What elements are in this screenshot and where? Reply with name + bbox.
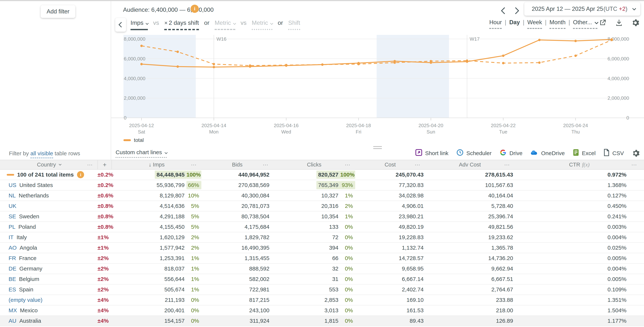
data-point[interactable] [538,61,541,64]
data-point[interactable] [466,60,468,63]
table-row[interactable]: ITItaly±1%1,620,1292%1,829,782720%19,228… [0,232,644,243]
column-header-ctr[interactable]: CTRf(x)⋯ [514,160,644,169]
data-point[interactable] [611,38,613,41]
column-menu-icon[interactable]: ⋯ [504,162,510,168]
open-in-new-icon[interactable] [598,19,607,27]
data-point[interactable] [538,39,541,41]
data-point[interactable] [358,62,360,64]
export-onedrive-button[interactable]: OneDrive [530,149,565,158]
adv-cost-cell: 19,233.62 [425,234,514,240]
country-code-link[interactable]: ES [8,286,16,293]
table-row[interactable]: (empty value)±4%211,1930%817,2152,8530%1… [0,295,644,305]
data-point[interactable] [213,66,215,68]
table-row[interactable]: PLPoland±0.8%4,155,4505%4,175,6841330%49… [0,222,644,232]
export-scheduler-button[interactable]: Scheduler [456,149,492,158]
clicks-cell: 765,34993% [273,181,355,189]
granularity-week[interactable]: Week [527,19,542,29]
export-excel-button[interactable]: Excel [572,149,596,158]
x-axis-weekday-label: Sat [138,129,145,134]
column-menu-icon[interactable]: ⋯ [345,162,351,168]
export-drive-button[interactable]: Drive [499,149,522,158]
column-header-cost[interactable]: Cost⋯ [355,160,425,169]
table-row[interactable]: FRFrance±2%1,253,3911%1,315,455660%14,72… [0,253,644,264]
metric-placeholder-2[interactable]: Metric [252,20,272,30]
export-csv-button[interactable]: CSV [603,149,624,158]
info-icon[interactable]: i [77,171,84,178]
country-code-link[interactable]: BE [8,276,16,282]
data-point[interactable] [140,63,143,65]
country-code-link[interactable]: DE [8,266,16,272]
column-header-adv-cost[interactable]: Adv Cost⋯ [425,160,514,169]
granularity-other[interactable]: Other... [573,19,598,29]
resize-handle[interactable] [373,146,382,150]
metric-placeholder-1[interactable]: Metric [214,20,235,30]
bids-cell: 440,964,952 [201,172,273,178]
data-point[interactable] [430,61,432,64]
add-filter-button[interactable]: Add filter [41,5,75,18]
table-row[interactable]: USUnited States±0.2%55,936,79966%270,638… [0,180,644,190]
country-code-link[interactable]: US [8,182,16,188]
audience-info-icon[interactable]: i [190,5,199,13]
table-row[interactable]: MXMexico±4%200,4010%243,1003,0130%161.53… [0,305,644,316]
country-code-link[interactable]: PL [8,224,16,230]
column-header-bids[interactable]: Bids⋯ [201,160,273,169]
granularity-hour[interactable]: Hour [489,19,502,29]
custom-chart-lines-button[interactable]: Custom chart lines [116,149,167,158]
remove-icon[interactable]: × [164,20,168,26]
table-settings-gear-icon[interactable] [632,149,640,157]
country-code-link[interactable]: SE [8,213,16,220]
date-range-picker[interactable]: 2025 Apr 12 — 2025 Apr 25 (UTC +2) [524,2,640,16]
table-row[interactable]: DEGermany±2%818,0371%888,592320%9,658.95… [0,264,644,274]
country-code-link[interactable]: IT [8,234,14,240]
column-menu-icon[interactable]: ⋯ [263,162,269,168]
data-point[interactable] [321,64,324,66]
data-point[interactable] [502,62,504,64]
data-point[interactable] [249,66,251,68]
table-row[interactable]: AUAustralia±4%154,1570%311,9241,8150%89.… [0,316,644,326]
country-code-link[interactable]: NL [8,192,16,199]
country-code-link[interactable]: FR [8,255,16,262]
data-point[interactable] [574,40,577,42]
granularity-day[interactable]: Day [509,19,520,28]
data-point[interactable] [574,54,577,57]
column-header-imps[interactable]: ↓Imps⋯ [112,160,201,169]
data-point[interactable] [502,54,504,57]
granularity-month[interactable]: Month [550,19,566,29]
column-header-clicks[interactable]: Clicks⋯ [273,160,355,169]
table-row[interactable]: AOAngola±1%1,577,9422%16,490,3953940%1,1… [0,243,644,253]
column-menu-icon[interactable]: ⋯ [415,162,421,168]
chart-legend[interactable]: total [124,137,144,143]
table-row[interactable]: NLNetherlands±0.6%8,129,80710%40,300,084… [0,190,644,201]
data-point[interactable] [176,50,179,53]
table-row-totals[interactable]: 100 of 241 total itemsi±0.2%84,448,94510… [0,170,644,180]
shift-chip[interactable]: ×2 days shift [164,20,199,30]
column-menu-icon[interactable]: ⋯ [631,162,637,168]
table-row[interactable]: UK±0.8%4,514,6365%20,781,07320,3162%4,90… [0,201,644,212]
data-point[interactable] [285,64,288,67]
country-code-link[interactable]: AO [8,244,16,251]
column-header-country[interactable]: Country⋯ [0,160,98,169]
data-point[interactable] [213,63,215,65]
column-menu-icon[interactable]: ⋯ [87,162,93,168]
table-row[interactable]: ESSpain±2%505,6741%722,9815530%2,402.742… [0,284,644,295]
country-code-link[interactable]: UK [8,203,16,209]
column-menu-icon[interactable]: ⋯ [191,162,197,168]
data-point[interactable] [394,60,396,62]
download-icon[interactable] [615,19,623,27]
table-row[interactable]: SESweden±0.8%4,291,1885%80,738,50410,354… [0,212,644,222]
date-next-icon[interactable] [513,7,520,14]
collapse-chart-button[interactable] [115,18,126,32]
country-code-link[interactable]: MX [8,307,17,314]
export-short-link-button[interactable]: Short link [415,149,448,158]
data-point[interactable] [176,66,179,68]
date-prev-icon[interactable] [500,7,508,14]
shift-placeholder[interactable]: Shift [288,20,300,30]
data-point[interactable] [140,45,143,47]
filter-by-all-visible-link[interactable]: all visible [30,150,53,158]
metric-select-imps[interactable]: Imps [130,20,148,30]
add-column-button[interactable]: + [98,160,112,169]
table-row[interactable]: BEBelgium±2%556,6441%582,002310%6,667.14… [0,274,644,284]
bids-cell: 20,781,073 [201,203,273,209]
gear-icon[interactable] [631,19,640,27]
country-code-link[interactable]: AU [8,318,16,324]
